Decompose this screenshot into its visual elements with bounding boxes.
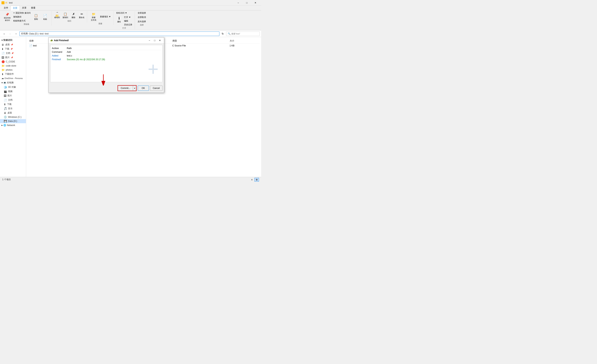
sidebar-item-downloads-thispc[interactable]: ⬇ 下载: [0, 102, 26, 106]
forward-button[interactable]: ›: [8, 31, 13, 36]
open-button[interactable]: 打开 ▼: [123, 15, 133, 19]
tab-home[interactable]: 主页: [10, 6, 20, 10]
sidebar-item-onedrive[interactable]: ☁ OneDrive - Persona: [0, 76, 26, 80]
properties-button[interactable]: ℹ 属性: [115, 15, 123, 26]
sidebar-item-windowsc[interactable]: 💿 Windows (C:): [0, 115, 26, 119]
deselect-all-button[interactable]: 全部取消: [137, 15, 147, 19]
sidebar-item-desktop-thispc[interactable]: 🖥 桌面: [0, 111, 26, 115]
search-box: 🔍: [226, 31, 260, 36]
copy-label: 复制: [34, 18, 38, 21]
pin-button[interactable]: 📌 固定到快速访问: [3, 12, 12, 22]
address-path[interactable]: 此电脑 › Data (D:) › test › test: [19, 31, 220, 36]
ok-button[interactable]: OK: [138, 85, 149, 91]
sidebar-item-documents[interactable]: 📄 文档 📌: [0, 51, 26, 55]
dialog-content: Action Path Command Add Added test.c Fin…: [50, 45, 163, 82]
tab-file[interactable]: 文件: [1, 6, 10, 10]
desktop-icon: 🖥: [1, 43, 4, 46]
sidebar-item-downloads[interactable]: ⬇ 下载 📌: [0, 47, 26, 51]
sidebar: ▾ 快速访问 🖥 桌面 📌 ⬇ 下载 📌 📄 文档 📌 🖼 图片 📌 🔴 C_C…: [0, 37, 26, 182]
video-icon: 🎬: [4, 90, 7, 93]
sidebar-item-music[interactable]: 🎵 音乐: [0, 106, 26, 111]
dialog-maximize-button[interactable]: □: [152, 38, 157, 43]
new-item-button[interactable]: 新建项目 ▼: [99, 15, 112, 18]
scissors-icon: ✂: [13, 12, 15, 14]
ribbon: 文件 主页 共享 查看 📌 固定到快速访问 ✂ 固定到快 速访问 复制路径: [0, 6, 261, 30]
sidebar-item-downloadsw[interactable]: ⬇ 下载软件: [0, 72, 26, 76]
deselectall-label: 全部取消: [138, 16, 146, 19]
move-to-button[interactable]: →📁 移动到: [53, 11, 61, 19]
open-buttons: 轻松访问 ▼ ℹ 属性 打开 ▼ 编辑: [115, 11, 133, 26]
desktop-thispc-icon: 🖥: [4, 112, 6, 114]
dialog-minimize-button[interactable]: –: [147, 38, 152, 43]
col-header-size[interactable]: 大小: [230, 39, 258, 43]
tab-share[interactable]: 共享: [20, 6, 29, 10]
file-icon-c: 📄: [29, 44, 32, 47]
sidebar-item-codestore[interactable]: 📁 code store: [0, 64, 26, 68]
maximize-button[interactable]: □: [243, 0, 251, 6]
up-button[interactable]: ↑: [13, 31, 19, 36]
select-all-button[interactable]: 全部选择: [137, 11, 147, 15]
commit-dropdown-button[interactable]: ▾: [133, 85, 136, 91]
close-button[interactable]: ✕: [251, 0, 260, 6]
sidebar-item-photos[interactable]: 📁 photos: [0, 68, 26, 72]
sidebar-item-desktop[interactable]: 🖥 桌面 📌: [0, 43, 26, 47]
sidebar-item-3dobjects[interactable]: 🧊 3D 对象: [0, 85, 26, 89]
open-group-label: 打开: [122, 27, 126, 30]
paste-shortcut-button[interactable]: 粘贴快捷方式: [12, 19, 31, 23]
view-list-button[interactable]: ≡: [250, 178, 254, 182]
cut-label: 固定到快 速访问: [16, 12, 31, 14]
paste-icon: 📄: [43, 13, 47, 18]
documents-thispc-icon: 📄: [4, 99, 7, 102]
sidebar-item-video[interactable]: 🎬 视频: [0, 89, 26, 94]
sidebar-item-pictures[interactable]: 🖼 图片 📌: [0, 55, 26, 60]
sidebar-item-network[interactable]: ▸ 🌐 Network: [0, 123, 26, 127]
invert-selection-button[interactable]: 反向选择: [137, 20, 147, 23]
new-buttons: 📁 新建文件夹 新建项目 ▼: [89, 11, 112, 22]
title-bar: 📁 test – □ ✕: [0, 0, 261, 6]
edit-button[interactable]: 编辑: [123, 19, 133, 23]
delete-label: 删除: [72, 16, 75, 19]
pasteshortcut-label: 粘贴快捷方式: [13, 19, 25, 22]
copy-path-button[interactable]: 复制路径: [12, 15, 31, 19]
copy-button[interactable]: 📋 复制: [32, 13, 40, 21]
paste-button[interactable]: 📄 粘贴: [40, 13, 50, 21]
sidebar-item-documents-thispc[interactable]: 📄 文档: [0, 98, 26, 102]
sidebar-item-ccode[interactable]: 🔴 C_CODE: [0, 60, 26, 64]
back-button[interactable]: ‹: [1, 31, 7, 36]
photos-icon: 📁: [1, 68, 5, 71]
sidebar-item-pictures-thispc[interactable]: 🖼 图片: [0, 94, 26, 98]
delete-button[interactable]: ✗ 删除: [70, 11, 77, 19]
moveto-label: 移动到: [54, 16, 60, 19]
sidebar-label-thispc: 此电脑: [7, 81, 14, 84]
delete-icon: ✗: [71, 12, 76, 16]
commit-button[interactable]: Commit...: [118, 85, 133, 91]
tab-view[interactable]: 查看: [29, 6, 38, 10]
ribbon-tabs: 文件 主页 共享 查看: [0, 6, 261, 10]
rename-button[interactable]: ✏ 重命名: [78, 11, 86, 19]
col-header-type[interactable]: 类型: [172, 39, 230, 43]
view-grid-button[interactable]: ⊞: [254, 178, 259, 182]
minimize-button[interactable]: –: [234, 0, 243, 6]
sidebar-label-music: 音乐: [8, 107, 13, 110]
sidebar-label-downloads-thispc: 下载: [7, 103, 12, 106]
sidebar-item-thispc[interactable]: ▾ 💻 此电脑: [0, 80, 26, 85]
easy-access-button[interactable]: 轻松访问 ▼: [115, 11, 128, 15]
cut-button[interactable]: ✂ 固定到快 速访问: [12, 11, 31, 15]
sidebar-section-quick-access[interactable]: ▾ 快速访问: [0, 38, 26, 43]
search-input[interactable]: [231, 33, 258, 35]
quick-access-label: 快速访问: [3, 38, 12, 42]
pictures-icon: 🖼: [1, 56, 4, 59]
select-buttons: 全部选择 全部取消 反向选择: [137, 11, 147, 23]
copyto-label: 复制到: [63, 16, 68, 19]
windowsc-icon: 💿: [4, 115, 7, 119]
network-icon: 🌐: [3, 124, 6, 127]
move-icon: →📁: [55, 12, 59, 16]
sidebar-item-datad[interactable]: 💾 Data (D:): [0, 119, 26, 123]
cancel-button[interactable]: Cancel: [150, 85, 163, 91]
sidebar-label-network: Network: [7, 124, 15, 127]
history-button[interactable]: 历史记录: [123, 23, 133, 26]
new-folder-button[interactable]: 📁 新建文件夹: [89, 11, 98, 22]
copy-to-button[interactable]: 📋 复制到: [62, 11, 69, 19]
dialog-close-button[interactable]: ✕: [157, 38, 163, 43]
refresh-button[interactable]: ↻: [220, 31, 225, 36]
